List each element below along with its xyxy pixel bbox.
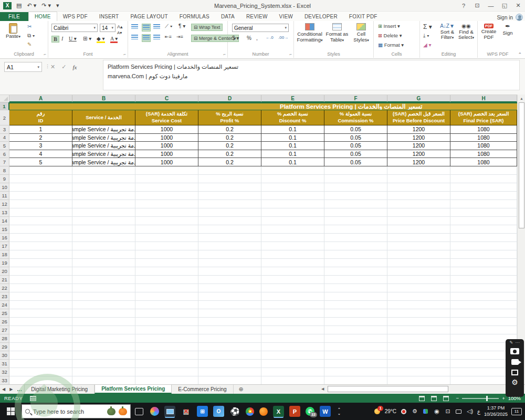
paste-button[interactable]: Paste▾ <box>4 23 22 39</box>
table-cell[interactable]: 0.1 <box>261 134 324 142</box>
empty-cell[interactable] <box>261 175 324 183</box>
empty-cell[interactable] <box>198 284 261 292</box>
empty-cell[interactable] <box>450 175 517 183</box>
row-header-3[interactable]: 3 <box>0 125 9 134</box>
format-painter-icon[interactable]: ✎ <box>27 41 32 47</box>
empty-cell[interactable] <box>198 368 261 376</box>
empty-cell[interactable] <box>135 217 198 225</box>
decrease-decimal-icon[interactable]: .00→ <box>278 35 288 40</box>
empty-cell[interactable] <box>72 343 135 351</box>
table-cell[interactable]: 2 <box>9 134 72 142</box>
empty-cell[interactable] <box>450 250 517 259</box>
increase-indent-icon[interactable]: ⇥≡ <box>176 34 183 39</box>
ribbon-options-icon[interactable]: ⊡ <box>470 1 484 11</box>
table-cell[interactable]: 0.1 <box>261 125 324 134</box>
empty-cell[interactable] <box>324 166 387 175</box>
empty-cell[interactable] <box>198 175 261 183</box>
macro-record-icon[interactable] <box>30 396 36 401</box>
empty-cell[interactable] <box>387 259 450 267</box>
table-cell[interactable]: 4 <box>9 150 72 159</box>
row-header-11[interactable]: 11 <box>0 192 9 200</box>
empty-cell[interactable] <box>387 326 450 334</box>
empty-cell[interactable] <box>198 301 261 309</box>
row-header-5[interactable]: 5 <box>0 142 9 150</box>
empty-cell[interactable] <box>9 343 72 351</box>
empty-cell[interactable] <box>135 208 198 217</box>
empty-cell[interactable] <box>450 192 517 200</box>
empty-cell[interactable] <box>72 368 135 376</box>
empty-cell[interactable] <box>450 166 517 175</box>
empty-cell[interactable] <box>72 326 135 334</box>
row-header-1[interactable]: 1 <box>0 102 9 110</box>
row-header-24[interactable]: 24 <box>0 301 9 309</box>
empty-cell[interactable] <box>72 250 135 259</box>
sheet-more-icon[interactable]: … <box>15 385 24 394</box>
empty-cell[interactable] <box>387 267 450 276</box>
empty-cell[interactable] <box>9 259 72 267</box>
empty-cell[interactable] <box>135 292 198 301</box>
empty-cell[interactable] <box>324 259 387 267</box>
table-cell[interactable]: 1200 <box>387 125 450 134</box>
empty-cell[interactable] <box>324 318 387 326</box>
monitor-tray-icon[interactable] <box>455 408 463 415</box>
row-header-21[interactable]: 21 <box>0 276 9 284</box>
empty-cell[interactable] <box>261 318 324 326</box>
ribbon-tab-formulas[interactable]: FORMULAS <box>174 12 215 21</box>
empty-cell[interactable] <box>261 183 324 192</box>
row-header-30[interactable]: 30 <box>0 351 9 360</box>
table-cell[interactable]: 1080 <box>450 158 517 166</box>
table-header-cell[interactable]: السعر بعد الخصم (SAR) Final Price (SAR) <box>450 110 517 125</box>
empty-cell[interactable] <box>198 334 261 343</box>
ribbon-tab-developer[interactable]: DEVELOPER <box>299 12 343 21</box>
row-header-19[interactable]: 19 <box>0 259 9 267</box>
empty-cell[interactable] <box>261 276 324 284</box>
column-header-A[interactable]: A <box>9 95 72 102</box>
empty-cell[interactable] <box>9 284 72 292</box>
table-cell[interactable]: Sample Service / خدمة تجريبية <box>72 150 135 159</box>
row-header-6[interactable]: 6 <box>0 150 9 159</box>
row-header-23[interactable]: 23 <box>0 292 9 301</box>
screen-recorder-widget[interactable]: ✎ ⋯ ⚙ <box>506 339 524 397</box>
font-color-icon[interactable]: A ▾ <box>110 36 118 43</box>
empty-cell[interactable] <box>135 301 198 309</box>
bold-button[interactable]: B <box>51 36 59 43</box>
sort-filter-button[interactable]: A↓Z▼Sort & Filter▾ <box>438 23 457 40</box>
table-cell[interactable]: 1080 <box>450 125 517 134</box>
empty-cell[interactable] <box>387 334 450 343</box>
ribbon-tab-foxit-pdf[interactable]: FOXIT PDF <box>343 12 383 21</box>
bottom-align-icon[interactable] <box>153 24 160 30</box>
row-header-18[interactable]: 18 <box>0 250 9 259</box>
empty-cell[interactable] <box>198 267 261 276</box>
firefox-icon[interactable] <box>259 407 268 416</box>
scroll-left-icon[interactable]: ◀ <box>319 387 324 391</box>
empty-cell[interactable] <box>450 276 517 284</box>
empty-cell[interactable] <box>72 351 135 360</box>
empty-cell[interactable] <box>450 284 517 292</box>
orientation-icon[interactable]: ⟋ ▾ <box>165 23 173 29</box>
ribbon-tab-wps-pdf[interactable]: WPS PDF <box>57 12 93 21</box>
empty-cell[interactable] <box>324 360 387 368</box>
empty-cell[interactable] <box>72 200 135 208</box>
row-header-2[interactable]: 2 <box>0 110 9 125</box>
number-dialog-launcher-icon[interactable]: ⌐ <box>289 52 292 57</box>
empty-cell[interactable] <box>387 368 450 376</box>
top-align-icon[interactable] <box>131 24 138 30</box>
cut-icon[interactable]: ✂ <box>27 24 32 29</box>
column-header-F[interactable]: F <box>324 95 387 102</box>
undo-icon[interactable]: ↶ ▾ <box>24 2 39 9</box>
clear-icon[interactable]: ◢ ▾ <box>423 42 432 48</box>
fill-icon[interactable]: ⤓ ▾ <box>423 33 429 39</box>
row-header-8[interactable]: 8 <box>0 166 9 175</box>
empty-cell[interactable] <box>72 225 135 234</box>
table-cell[interactable]: Sample Service / خدمة تجريبية <box>72 134 135 142</box>
soccer-icon[interactable]: ⚽ <box>229 406 240 417</box>
empty-cell[interactable] <box>198 276 261 284</box>
empty-cell[interactable] <box>387 183 450 192</box>
font-name-combo[interactable]: Calibri▾ <box>51 24 98 32</box>
empty-cell[interactable] <box>9 334 72 343</box>
column-header-B[interactable]: B <box>72 95 135 102</box>
hidden-icons-chevron[interactable]: ⌃⌄ <box>336 406 342 417</box>
empty-cell[interactable] <box>72 284 135 292</box>
format-as-table-button[interactable]: Format as Table▾ <box>324 23 350 43</box>
empty-cell[interactable] <box>72 217 135 225</box>
